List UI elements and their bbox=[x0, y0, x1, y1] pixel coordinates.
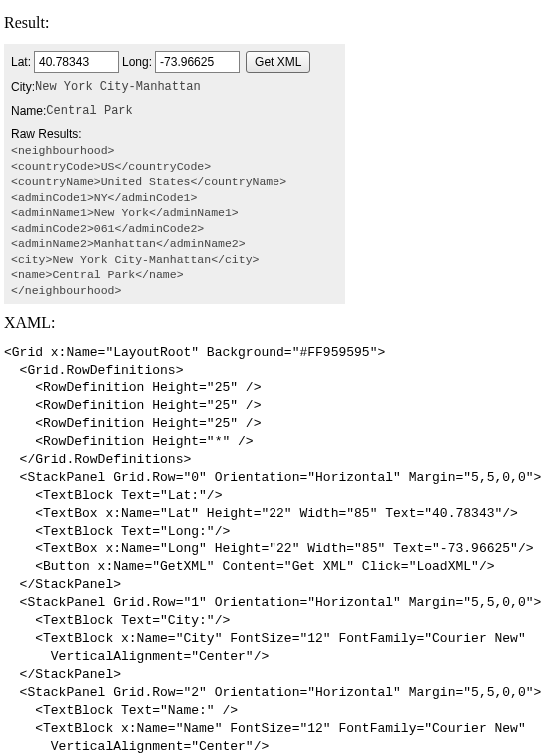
raw-results-label: Raw Results: bbox=[11, 127, 338, 141]
result-heading: Result: bbox=[4, 14, 544, 32]
raw-results-text: <neighbourhood> <countryCode>US</country… bbox=[11, 143, 338, 298]
get-xml-button[interactable]: Get XML bbox=[246, 51, 310, 73]
city-value: New York City-Manhattan bbox=[35, 80, 201, 94]
name-label: Name: bbox=[11, 104, 46, 118]
app-panel: Lat: Long: Get XML City: New York City-M… bbox=[4, 44, 345, 304]
long-label: Long: bbox=[122, 55, 152, 69]
long-input[interactable] bbox=[155, 51, 240, 73]
raw-results-block: Raw Results: <neighbourhood> <countryCod… bbox=[11, 127, 338, 298]
xaml-heading: XAML: bbox=[4, 314, 544, 332]
city-label: City: bbox=[11, 80, 35, 94]
row-city: City: New York City-Manhattan bbox=[11, 77, 338, 97]
xaml-code-block: <Grid x:Name="LayoutRoot" Background="#F… bbox=[4, 344, 544, 756]
row-name: Name: Central Park bbox=[11, 101, 338, 121]
lat-input[interactable] bbox=[34, 51, 119, 73]
lat-label: Lat: bbox=[11, 55, 31, 69]
name-value: Central Park bbox=[46, 104, 132, 118]
row-coords: Lat: Long: Get XML bbox=[11, 51, 338, 73]
